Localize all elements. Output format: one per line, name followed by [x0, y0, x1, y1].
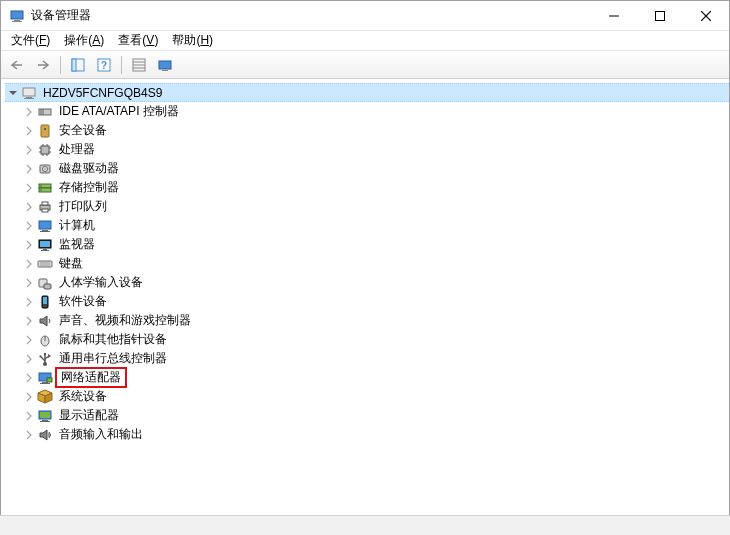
- category-label: 声音、视频和游戏控制器: [57, 311, 193, 330]
- menu-file[interactable]: 文件(F): [5, 31, 56, 50]
- separator: [121, 56, 122, 74]
- printer-icon: [37, 199, 53, 215]
- network-icon: [37, 370, 53, 386]
- usb-icon: [37, 351, 53, 367]
- expand-arrow-icon[interactable]: [21, 142, 37, 158]
- expand-arrow-icon[interactable]: [21, 237, 37, 253]
- security-icon: [37, 123, 53, 139]
- category-row-computer[interactable]: 计算机: [21, 216, 729, 235]
- category-node: 存储控制器: [21, 178, 729, 197]
- category-node: 打印队列: [21, 197, 729, 216]
- svg-point-63: [44, 352, 46, 354]
- category-label: 存储控制器: [57, 178, 121, 197]
- expand-arrow-icon[interactable]: [21, 104, 37, 120]
- expand-arrow-icon[interactable]: [21, 294, 37, 310]
- category-row-mouse[interactable]: 鼠标和其他指针设备: [21, 330, 729, 349]
- svg-rect-51: [38, 261, 52, 267]
- display-icon: [37, 408, 53, 424]
- category-row-monitor[interactable]: 监视器: [21, 235, 729, 254]
- svg-rect-16: [162, 70, 168, 71]
- category-node: 鼠标和其他指针设备: [21, 330, 729, 349]
- category-row-hid[interactable]: 人体学输入设备: [21, 273, 729, 292]
- svg-rect-1: [14, 20, 20, 21]
- separator: [60, 56, 61, 74]
- menu-view[interactable]: 查看(V): [112, 31, 164, 50]
- computer-root-row[interactable]: HZDV5FCNFGQB4S9: [5, 83, 729, 102]
- device-tree-container[interactable]: HZDV5FCNFGQB4S9 IDE ATA/ATAPI 控制器安全设备处理器…: [1, 79, 729, 514]
- category-row-ide[interactable]: IDE ATA/ATAPI 控制器: [21, 102, 729, 121]
- system-icon: [37, 389, 53, 405]
- expand-arrow-icon[interactable]: [21, 256, 37, 272]
- svg-rect-56: [44, 284, 51, 289]
- svg-rect-0: [11, 11, 23, 19]
- help-button[interactable]: ?: [92, 54, 116, 76]
- menu-help[interactable]: 帮助(H): [166, 31, 219, 50]
- category-row-disk[interactable]: 磁盘驱动器: [21, 159, 729, 178]
- category-row-security[interactable]: 安全设备: [21, 121, 729, 140]
- close-button[interactable]: [683, 1, 729, 30]
- category-row-software[interactable]: 软件设备: [21, 292, 729, 311]
- category-row-sound[interactable]: 声音、视频和游戏控制器: [21, 311, 729, 330]
- category-node: 监视器: [21, 235, 729, 254]
- category-label: 通用串行总线控制器: [57, 349, 169, 368]
- app-icon: [9, 8, 25, 24]
- category-row-processor[interactable]: 处理器: [21, 140, 729, 159]
- minimize-button[interactable]: [591, 1, 637, 30]
- expand-arrow-icon[interactable]: [21, 351, 37, 367]
- expand-arrow-icon[interactable]: [21, 389, 37, 405]
- expand-arrow-icon[interactable]: [21, 199, 37, 215]
- category-row-usb[interactable]: 通用串行总线控制器: [21, 349, 729, 368]
- category-node: 计算机: [21, 216, 729, 235]
- category-row-storage[interactable]: 存储控制器: [21, 178, 729, 197]
- sound-icon: [37, 313, 53, 329]
- scan-hardware-button[interactable]: [127, 54, 151, 76]
- category-label: 鼠标和其他指针设备: [57, 330, 169, 349]
- category-label: 处理器: [57, 140, 97, 159]
- svg-rect-74: [40, 421, 50, 422]
- expand-arrow-icon[interactable]: [21, 313, 37, 329]
- expand-arrow-icon[interactable]: [21, 332, 37, 348]
- svg-rect-42: [42, 202, 48, 205]
- menu-action[interactable]: 操作(A): [58, 31, 110, 50]
- expand-arrow-icon[interactable]: [21, 180, 37, 196]
- expand-arrow-icon[interactable]: [21, 218, 37, 234]
- devices-by-type-button[interactable]: [153, 54, 177, 76]
- category-node: 网络适配器: [21, 368, 729, 387]
- maximize-button[interactable]: [637, 1, 683, 30]
- category-row-display[interactable]: 显示适配器: [21, 406, 729, 425]
- expand-arrow-icon[interactable]: [21, 161, 37, 177]
- svg-rect-8: [72, 59, 76, 71]
- svg-rect-46: [40, 231, 50, 232]
- category-label: 音频输入和输出: [57, 425, 145, 444]
- expand-arrow-icon[interactable]: [21, 370, 37, 386]
- root-computer-node: HZDV5FCNFGQB4S9 IDE ATA/ATAPI 控制器安全设备处理器…: [5, 83, 729, 444]
- category-row-network[interactable]: 网络适配器: [21, 368, 729, 387]
- expand-arrow-icon[interactable]: [21, 408, 37, 424]
- svg-rect-19: [24, 98, 34, 99]
- svg-rect-4: [656, 11, 665, 20]
- forward-button[interactable]: [31, 54, 55, 76]
- category-node: 声音、视频和游戏控制器: [21, 311, 729, 330]
- expand-arrow-icon[interactable]: [21, 275, 37, 291]
- category-row-printer[interactable]: 打印队列: [21, 197, 729, 216]
- category-node: 处理器: [21, 140, 729, 159]
- expand-arrow-icon[interactable]: [21, 123, 37, 139]
- show-hide-tree-button[interactable]: [66, 54, 90, 76]
- category-node: 安全设备: [21, 121, 729, 140]
- expand-arrow-icon[interactable]: [5, 85, 21, 101]
- computer-name-label: HZDV5FCNFGQB4S9: [41, 85, 164, 101]
- svg-rect-44: [39, 221, 51, 229]
- computer-icon: [21, 85, 37, 101]
- category-row-audio[interactable]: 音频输入和输出: [21, 425, 729, 444]
- svg-rect-49: [43, 249, 47, 250]
- expand-arrow-icon[interactable]: [21, 427, 37, 443]
- category-row-system[interactable]: 系统设备: [21, 387, 729, 406]
- svg-rect-25: [41, 146, 49, 154]
- processor-icon: [37, 142, 53, 158]
- category-row-keyboard[interactable]: 键盘: [21, 254, 729, 273]
- category-node: 软件设备: [21, 292, 729, 311]
- svg-rect-72: [40, 412, 50, 418]
- back-button[interactable]: [5, 54, 29, 76]
- svg-rect-23: [41, 125, 49, 137]
- svg-rect-53: [40, 262, 50, 263]
